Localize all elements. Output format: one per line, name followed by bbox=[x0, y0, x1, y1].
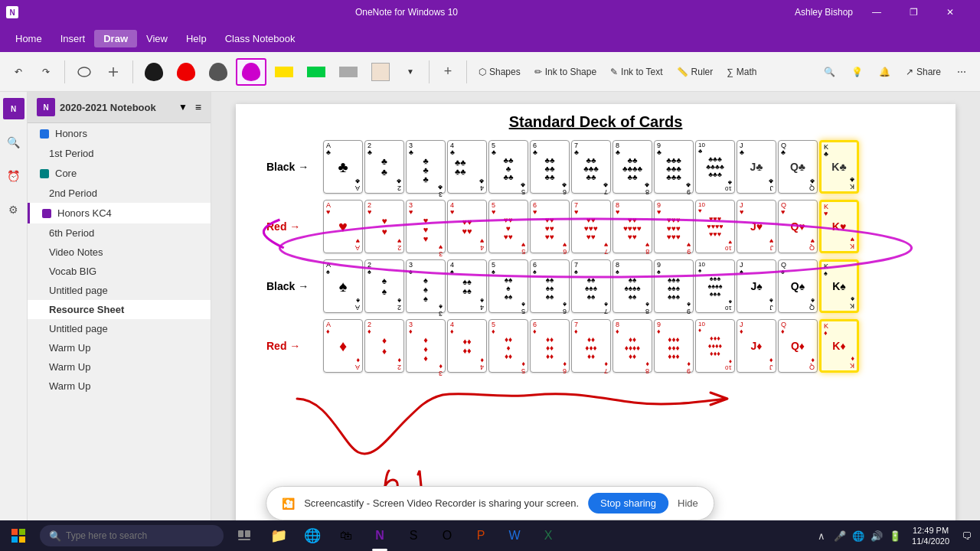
sort-icon[interactable]: ≡ bbox=[195, 101, 201, 113]
card-6-diamonds: 6♦ ♦♦♦♦♦♦ 6♦ bbox=[530, 319, 570, 373]
pen-purple-button[interactable] bbox=[236, 58, 266, 86]
card-ace-spades: A♠ ♠ A♠ bbox=[323, 259, 363, 313]
card-q-diamonds: Q♦ Q♦ Q♦ bbox=[778, 319, 818, 373]
svg-point-0 bbox=[78, 67, 90, 77]
notification-icon[interactable]: 🗨 bbox=[959, 528, 974, 543]
taskbar-task-view[interactable] bbox=[230, 520, 260, 551]
page-untitled-2[interactable]: Untitled page bbox=[28, 319, 211, 338]
highlight-green-icon bbox=[307, 67, 325, 77]
lasso-button[interactable] bbox=[71, 58, 97, 86]
card-6-spades: 6♠ ♠♠♠♠♠♠ 6♠ bbox=[530, 259, 570, 313]
taskbar-word[interactable]: W bbox=[499, 520, 530, 551]
svg-rect-11 bbox=[238, 539, 250, 540]
toolbar-sep-2 bbox=[132, 60, 133, 83]
pen-dark-button[interactable] bbox=[204, 58, 233, 86]
menu-home[interactable]: Home bbox=[6, 30, 51, 47]
add-button[interactable]: + bbox=[436, 58, 460, 86]
page-untitled-1[interactable]: Untitled page bbox=[28, 281, 211, 300]
math-button[interactable]: ∑ Math bbox=[721, 58, 762, 86]
pen-black-button[interactable] bbox=[139, 58, 168, 86]
sharing-bar: 🎦 Screencastify - Screen Video Recorder … bbox=[266, 486, 714, 520]
highlight-green-button[interactable] bbox=[302, 58, 331, 86]
tray-microphone-icon[interactable]: 🎤 bbox=[832, 528, 848, 543]
taskbar-edge[interactable]: 🌐 bbox=[297, 520, 328, 551]
minimize-button[interactable]: — bbox=[859, 0, 894, 24]
time-label: 12:49 PM bbox=[912, 525, 949, 536]
taskbar-store[interactable]: 🛍 bbox=[331, 520, 361, 551]
notebook-dropdown-icon[interactable]: ▼ bbox=[178, 102, 188, 112]
shapes-button[interactable]: ⬡ Shapes bbox=[473, 58, 526, 86]
pen-settings-button[interactable]: ▼ bbox=[398, 58, 423, 86]
menu-help[interactable]: Help bbox=[177, 30, 216, 47]
search-sidebar-icon[interactable]: 🔍 bbox=[3, 132, 24, 153]
hide-sharing-button[interactable]: Hide bbox=[678, 497, 698, 509]
stop-sharing-button[interactable]: Stop sharing bbox=[588, 493, 668, 514]
add-space-button[interactable] bbox=[100, 58, 126, 86]
redo-button[interactable]: ↷ bbox=[34, 58, 58, 86]
card-q-hearts: Q♥ Q♥ Q♥ bbox=[778, 200, 818, 253]
eraser-icon bbox=[371, 63, 390, 81]
page-1st-period[interactable]: 1st Period bbox=[28, 144, 211, 163]
search-input[interactable] bbox=[66, 530, 204, 541]
maximize-button[interactable]: ❐ bbox=[896, 0, 931, 24]
pen-red-button[interactable] bbox=[172, 58, 201, 86]
taskbar-search[interactable]: 🔍 bbox=[40, 525, 224, 546]
pen-dark-icon bbox=[209, 63, 227, 81]
share-button[interactable]: ↗ Share bbox=[900, 58, 946, 86]
start-button[interactable] bbox=[0, 520, 37, 551]
page-canvas[interactable]: Standard Deck of Cards Black → A♣ ♣ A♣ bbox=[236, 104, 956, 548]
tray-volume-icon[interactable]: 🔊 bbox=[869, 528, 884, 543]
highlight-gray-button[interactable] bbox=[334, 58, 363, 86]
ink-to-shape-button[interactable]: ✏ Ink to Shape bbox=[529, 58, 602, 86]
page-label-vocab-big: Vocab BIG bbox=[49, 266, 96, 277]
notebook-icon[interactable]: N bbox=[3, 98, 24, 119]
section-honors-kc4[interactable]: Honors KC4 bbox=[28, 203, 211, 223]
section-core[interactable]: Core bbox=[28, 163, 211, 184]
menu-insert[interactable]: Insert bbox=[51, 30, 95, 47]
page-resource-sheet[interactable]: Resource Sheet bbox=[28, 300, 211, 319]
taskbar-excel[interactable]: X bbox=[533, 520, 564, 551]
tray-up-arrow[interactable]: ∧ bbox=[814, 528, 829, 543]
ink-to-text-button[interactable]: ✎ Ink to Text bbox=[605, 58, 668, 86]
page-warmup-3[interactable]: Warm Up bbox=[28, 377, 211, 396]
tray-network-icon[interactable]: 🌐 bbox=[851, 528, 866, 543]
card-6-clubs: 6♣ ♣♣♣♣♣♣ 6♣ bbox=[530, 140, 570, 194]
card-5-diamonds: 5♦ ♦♦♦♦♦ 5♦ bbox=[488, 319, 528, 373]
taskbar-powerpoint[interactable]: P bbox=[466, 520, 496, 551]
menu-draw[interactable]: Draw bbox=[94, 30, 137, 47]
highlight-yellow-button[interactable] bbox=[270, 58, 299, 86]
section-honors[interactable]: Honors bbox=[28, 123, 211, 144]
taskbar-file-explorer[interactable]: 📁 bbox=[263, 520, 294, 551]
taskbar-sway[interactable]: S bbox=[398, 520, 429, 551]
clock[interactable]: 12:49 PM 11/4/2020 bbox=[906, 525, 956, 547]
page-6th-period[interactable]: 6th Period bbox=[28, 223, 211, 243]
tray-battery-icon[interactable]: 🔋 bbox=[887, 528, 903, 543]
section-dot-honors-kc4 bbox=[42, 209, 51, 218]
insights-button[interactable]: 💡 bbox=[845, 58, 870, 86]
page-video-notes[interactable]: Video Notes bbox=[28, 243, 211, 262]
eraser-button[interactable] bbox=[366, 58, 395, 86]
taskbar-outlook[interactable]: O bbox=[432, 520, 462, 551]
page-warmup-1[interactable]: Warm Up bbox=[28, 338, 211, 357]
page-2nd-period[interactable]: 2nd Period bbox=[28, 184, 211, 203]
notifications-button[interactable]: 🔔 bbox=[873, 58, 897, 86]
history-icon[interactable]: ⏰ bbox=[3, 165, 24, 187]
menu-view[interactable]: View bbox=[137, 30, 177, 47]
close-button[interactable]: ✕ bbox=[933, 0, 968, 24]
ruler-button[interactable]: 📏 Ruler bbox=[671, 58, 719, 86]
search-button[interactable]: 🔍 bbox=[818, 58, 842, 86]
svg-rect-6 bbox=[19, 529, 25, 535]
settings-icon[interactable]: ⚙ bbox=[3, 199, 24, 220]
page-vocab-big[interactable]: Vocab BIG bbox=[28, 262, 211, 281]
page-warmup-2[interactable]: Warm Up bbox=[28, 357, 211, 377]
notebook-header[interactable]: N 2020-2021 Notebook ▼ ≡ bbox=[28, 92, 211, 123]
row-black-spades: Black → A♠ ♠ A♠ 2♠ ♠♠ 2♠ bbox=[251, 256, 940, 316]
card-j-hearts: J♥ J♥ J♥ bbox=[737, 200, 776, 253]
taskbar-onenote[interactable]: N bbox=[364, 520, 395, 551]
undo-button[interactable]: ↶ bbox=[6, 58, 31, 86]
pen-red-icon bbox=[177, 63, 195, 81]
toolbar-sep-3 bbox=[429, 60, 430, 83]
more-button[interactable]: ⋯ bbox=[949, 58, 974, 86]
card-4-hearts: 4♥ ♥♥♥♥ 4♥ bbox=[447, 200, 487, 253]
menu-class-notebook[interactable]: Class Notebook bbox=[216, 30, 305, 47]
